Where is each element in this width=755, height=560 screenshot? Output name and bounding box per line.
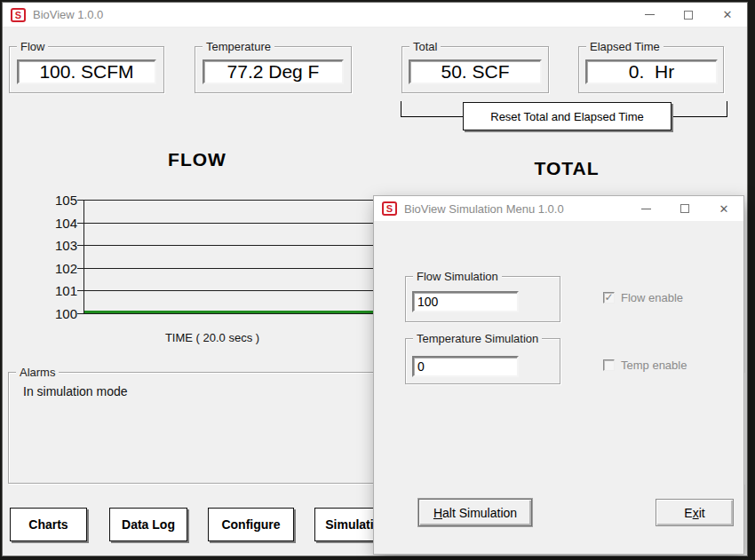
flow-gauge-value: 100. SCFM [17, 59, 156, 84]
reset-total-button[interactable]: Reset Total and Elapsed Time [463, 102, 672, 130]
flow-simulation-input[interactable] [412, 291, 519, 312]
elapsed-time-gauge-label: Elapsed Time [586, 40, 664, 53]
flow-enable-label: Flow enable [621, 291, 683, 304]
checkbox-icon: ✓ [603, 292, 615, 304]
configure-button-label: Configure [221, 517, 280, 532]
flow-simulation-label: Flow Simulation [413, 270, 502, 283]
temperature-simulation-input[interactable] [412, 356, 519, 377]
reset-total-button-label: Reset Total and Elapsed Time [490, 110, 643, 123]
total-gauge-label: Total [409, 40, 441, 53]
alarms-label: Alarms [16, 366, 59, 379]
dialog-close-button[interactable]: ✕ [704, 196, 743, 221]
dialog-maximize-button[interactable] [665, 196, 704, 221]
data-log-button[interactable]: Data Log [109, 508, 187, 541]
ytick-label: 102 [45, 261, 77, 276]
flow-enable-checkbox[interactable]: ✓ Flow enable [603, 291, 683, 304]
exit-button[interactable]: Exit [656, 499, 734, 526]
bracket-line [727, 101, 727, 117]
total-chart-title: TOTAL [478, 158, 656, 179]
ytick-label: 100 [45, 306, 77, 321]
ytick-label: 105 [45, 193, 77, 208]
flow-gauge-label: Flow [17, 40, 48, 53]
maximize-icon [684, 11, 693, 20]
app-logo-icon: S [11, 8, 26, 22]
minimize-icon [641, 209, 651, 209]
dialog-logo-icon: S [382, 201, 397, 216]
temperature-gauge-value: 77.2 Deg F [203, 59, 344, 84]
total-gauge-value: 50. SCF [409, 59, 542, 84]
dialog-window-controls: ✕ [626, 196, 743, 221]
main-window-title: BioView 1.0.0 [33, 8, 103, 21]
dialog-minimize-button[interactable] [626, 196, 665, 221]
checkmark-icon: ✓ [604, 293, 613, 303]
bracket-line [672, 116, 727, 117]
ytick [77, 268, 83, 269]
close-icon: ✕ [723, 8, 733, 21]
ytick-label: 103 [45, 238, 77, 253]
main-window-controls: ✕ [630, 3, 747, 27]
maximize-icon [680, 204, 689, 213]
simulation-dialog: S BioView Simulation Menu 1.0.0 ✕ Flow S… [373, 195, 744, 555]
temp-enable-label: Temp enable [621, 359, 687, 372]
minimize-button[interactable] [630, 3, 669, 27]
ytick [77, 200, 83, 201]
exit-button-label: Exit [684, 506, 704, 520]
halt-simulation-button-label: Halt Simulation [433, 506, 517, 520]
halt-simulation-button[interactable]: Halt Simulation [418, 499, 532, 526]
configure-button[interactable]: Configure [208, 508, 294, 541]
bracket-line [401, 101, 401, 117]
y-axis-line [83, 200, 84, 314]
charts-button[interactable]: Charts [10, 508, 87, 541]
temp-enable-checkbox[interactable]: Temp enable [603, 359, 687, 372]
ytick [77, 245, 83, 246]
main-titlebar[interactable]: S BioView 1.0.0 ✕ [3, 3, 747, 28]
ytick-label: 101 [45, 283, 77, 298]
desktop: { "colors": { "accent_red": "#d21f2c", "… [0, 0, 755, 560]
close-icon: ✕ [719, 202, 729, 216]
time-axis-label: TIME ( 20.0 secs ) [123, 331, 301, 344]
charts-button-label: Charts [28, 517, 68, 532]
ytick-label: 104 [45, 216, 77, 231]
bracket-line [401, 116, 463, 117]
elapsed-time-gauge-value: 0. Hr [585, 59, 718, 84]
checkbox-icon [603, 359, 615, 371]
temperature-gauge-label: Temperature [203, 40, 274, 53]
alarm-message: In simulation mode [23, 384, 128, 398]
ytick [77, 313, 83, 314]
ytick [77, 223, 83, 224]
temperature-simulation-label: Temperature Simulation [413, 332, 542, 345]
minimize-icon [645, 14, 655, 15]
dialog-title: BioView Simulation Menu 1.0.0 [404, 202, 564, 216]
maximize-button[interactable] [669, 3, 708, 27]
dialog-titlebar[interactable]: S BioView Simulation Menu 1.0.0 ✕ [374, 196, 743, 221]
data-log-button-label: Data Log [122, 517, 175, 532]
flow-chart-title: FLOW [108, 149, 286, 170]
close-button[interactable]: ✕ [708, 3, 747, 27]
ytick [77, 290, 83, 291]
